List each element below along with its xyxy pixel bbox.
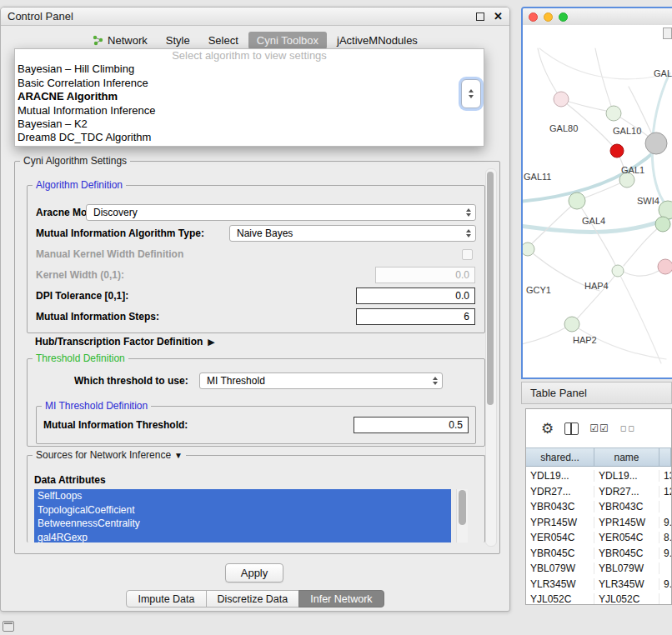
network-tab-icon — [93, 35, 103, 46]
table-row[interactable]: YJL052CYJL052C — [526, 592, 671, 604]
settings-scrollbar[interactable] — [485, 168, 497, 547]
float-window-button[interactable] — [476, 12, 484, 21]
table-cell: YPR145W — [594, 517, 659, 528]
attribute-list-item[interactable]: SelfLoops — [34, 489, 451, 503]
table-cell: 9. — [659, 578, 671, 590]
table-row[interactable]: YDR27...YDR27...12 — [526, 484, 671, 500]
table-toolbar: ⚙ ☑☑ ◻◻ — [526, 409, 671, 448]
manual-kernel-label: Manual Kernel Width Definition — [36, 246, 183, 262]
tab-label: Cyni Toolbox — [257, 34, 318, 47]
dropdown-item[interactable]: Bayesian – K2 — [15, 118, 484, 131]
mi-type-label: Mutual Information Algorithm Type: — [36, 225, 204, 242]
dpi-tolerance-input[interactable]: 0.0 — [356, 288, 475, 304]
table-row[interactable]: YDL19...YDL19...13 — [526, 468, 671, 484]
dropdown-item-selected[interactable]: ARACNE Algorithm — [15, 90, 484, 103]
column-header-name[interactable]: name — [594, 448, 659, 466]
network-node[interactable] — [610, 144, 624, 158]
network-node-label: GAL — [654, 68, 672, 78]
data-attributes-label: Data Attributes — [34, 474, 106, 486]
mi-threshold-input[interactable]: 0.5 — [354, 417, 469, 433]
table-row[interactable]: YBL079WYBL079W — [526, 561, 671, 577]
table-panel-title: Table Panel — [530, 387, 587, 399]
mi-threshold-group: MI Threshold Definition Mutual Informati… — [36, 406, 476, 444]
network-node[interactable] — [606, 106, 621, 121]
table-cell: YJL052C — [594, 593, 659, 604]
collapsed-arrow-icon: ▶ — [208, 337, 214, 348]
deselect-columns-icon[interactable]: ◻◻ — [620, 424, 636, 432]
table-cell: YBR043C — [594, 501, 659, 512]
kernel-width-label: Kernel Width (0,1): — [36, 267, 124, 283]
column-header-shared[interactable]: shared... — [526, 448, 594, 466]
dropdown-item[interactable]: Basic Correlation Inference — [15, 77, 484, 90]
dropdown-item[interactable]: Bayesian – Hill Climbing — [15, 62, 484, 76]
dropdown-item[interactable]: Dream8 DC_TDC Algorithm — [15, 131, 484, 144]
scrollbar-thumb[interactable] — [459, 490, 466, 525]
network-node[interactable] — [612, 265, 624, 277]
table-cell: YDR27... — [526, 486, 594, 498]
columns-icon[interactable] — [564, 422, 579, 435]
table-row[interactable]: YLR345WYLR345W9. — [526, 577, 671, 592]
tab-infer-network[interactable]: Infer Network — [298, 590, 384, 608]
network-node[interactable] — [645, 132, 667, 154]
gear-icon[interactable]: ⚙ — [541, 422, 554, 436]
network-node-label: GAL80 — [549, 123, 578, 133]
table-row[interactable]: YBR043CYBR043C — [526, 499, 671, 515]
network-node[interactable] — [658, 259, 672, 274]
close-button[interactable]: ✕ — [494, 11, 503, 22]
tab-network[interactable]: Network — [84, 32, 156, 49]
minimize-traffic-button[interactable] — [544, 12, 553, 22]
tab-style[interactable]: Style — [158, 32, 198, 49]
which-threshold-label: Which threshold to use: — [74, 372, 188, 389]
table-cell: YBR045C — [526, 548, 594, 559]
select-columns-icon[interactable]: ☑☑ — [589, 422, 609, 434]
attribute-list-item[interactable]: gal4RGexp — [34, 531, 451, 543]
apply-button[interactable]: Apply — [225, 563, 283, 582]
algorithm-definition-group: Algorithm Definition Aracne Mode: Discov… — [27, 185, 485, 333]
aracne-mode-value: Discovery — [93, 207, 138, 218]
network-node[interactable] — [655, 217, 670, 232]
table-row[interactable]: YBR045CYBR045C9. — [526, 546, 671, 562]
network-node[interactable] — [564, 317, 579, 332]
hub-label: Hub/Transcription Factor Definition — [35, 333, 203, 350]
tab-discretize-data[interactable]: Discretize Data — [206, 590, 300, 608]
network-edge — [595, 48, 614, 113]
tab-cyni-toolbox[interactable]: Cyni Toolbox — [248, 32, 327, 49]
attribute-list-item[interactable]: BetweennessCentrality — [34, 517, 451, 531]
close-traffic-button[interactable] — [529, 12, 538, 22]
mi-steps-input[interactable]: 6 — [356, 308, 475, 325]
panel-dock-icon[interactable] — [3, 621, 14, 632]
attribute-list-item[interactable]: TopologicalCoefficient — [34, 503, 451, 518]
manual-kernel-checkbox — [462, 249, 473, 260]
aracne-mode-select[interactable]: Discovery — [86, 204, 476, 221]
algorithm-combo-stepper[interactable] — [461, 79, 481, 108]
tab-impute-data[interactable]: Impute Data — [126, 590, 206, 608]
which-threshold-select[interactable]: MI Threshold — [199, 372, 443, 389]
network-canvas[interactable]: GALGAL80GAL10GAL11GAL1SWI4GAL4GCY1HAP4HA… — [523, 25, 672, 378]
hub-section-toggle[interactable]: Hub/Transcription Factor Definition ▶ — [35, 333, 215, 350]
network-node[interactable] — [569, 192, 585, 209]
attribute-list-scrollbar[interactable] — [456, 489, 468, 542]
network-window-titlebar — [523, 8, 672, 26]
which-threshold-value: MI Threshold — [207, 375, 265, 387]
threshold-definition-group: Threshold Definition Which threshold to … — [27, 358, 485, 447]
zoom-traffic-button[interactable] — [559, 12, 568, 22]
scrollbar-thumb[interactable] — [487, 172, 494, 405]
network-scroll-button[interactable] — [663, 28, 672, 39]
column-header-extra[interactable] — [659, 448, 671, 466]
tab-select[interactable]: Select — [200, 32, 247, 49]
dropdown-item[interactable]: Mutual Information Inference — [15, 104, 484, 118]
table-cell: YLR345W — [594, 578, 659, 590]
network-node-label: HAP4 — [584, 281, 609, 291]
network-node[interactable] — [523, 242, 534, 256]
network-node-label: GAL1 — [621, 165, 644, 175]
mi-type-select[interactable]: Naive Bayes — [229, 225, 476, 242]
sources-section-toggle[interactable]: Sources for Network Inference▼ — [33, 449, 186, 461]
tab-jactivemnodules[interactable]: jActiveMNodules — [328, 32, 426, 49]
table-cell: 13 — [659, 470, 671, 482]
table-row[interactable]: YPR145WYPR145W9. — [526, 515, 671, 531]
network-node[interactable] — [554, 92, 569, 107]
window-title: Control Panel — [8, 10, 476, 22]
mi-threshold-label: Mutual Information Threshold: — [43, 417, 188, 433]
network-node[interactable] — [659, 201, 672, 219]
table-row[interactable]: YER054CYER054C8. — [526, 530, 671, 546]
